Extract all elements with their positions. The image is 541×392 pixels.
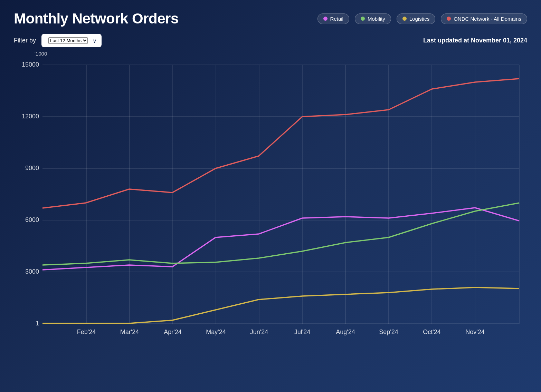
x-label-feb: Feb'24 (77, 329, 96, 335)
legend-item-mobility[interactable]: Mobility (355, 13, 391, 24)
y-tick-15000: 15000 (22, 61, 39, 68)
filter-dropdown-wrapper[interactable]: Last 12 Months Last 6 Months Last 3 Mont… (41, 34, 102, 47)
retail-dot (323, 17, 328, 21)
legend-item-logistics[interactable]: Logistics (397, 13, 435, 24)
mobility-dot (361, 17, 365, 21)
x-label-sep: Sep'24 (379, 329, 398, 335)
y-axis-unit: '1000 (35, 51, 527, 57)
page-title: Monthly Network Orders (14, 10, 179, 27)
y-tick-12000: 12000 (22, 113, 39, 120)
x-label-nov: Nov'24 (465, 329, 484, 335)
legend-label-logistics: Logistics (409, 16, 429, 22)
filter-label: Filter by (14, 37, 36, 44)
chart-area: '1000 (14, 51, 527, 341)
y-tick-3000: 3000 (25, 268, 39, 275)
y-tick-1: 1 (36, 320, 39, 327)
x-label-jul: Jul'24 (294, 329, 310, 335)
filter-select[interactable]: Last 12 Months Last 6 Months Last 3 Mont… (48, 37, 88, 44)
legend-label-ondc: ONDC Network - All Domains (454, 16, 521, 22)
x-label-aug: Aug'24 (336, 329, 355, 335)
y-tick-6000: 6000 (25, 216, 39, 223)
legend-item-ondc[interactable]: ONDC Network - All Domains (441, 13, 527, 24)
chart-container: 1 3000 6000 9000 12000 15000 Feb'24 Mar'… (14, 58, 527, 341)
filter-left: Filter by Last 12 Months Last 6 Months L… (14, 34, 102, 47)
legend-label-mobility: Mobility (368, 16, 385, 22)
x-label-apr: Apr'24 (164, 329, 181, 335)
legend-label-retail: Retail (330, 16, 343, 22)
filter-row: Filter by Last 12 Months Last 6 Months L… (14, 34, 527, 47)
chart-svg: 1 3000 6000 9000 12000 15000 Feb'24 Mar'… (14, 58, 527, 341)
logistics-dot (402, 17, 407, 21)
page-header: Monthly Network Orders Retail Mobility L… (14, 10, 527, 27)
ondc-dot (447, 17, 451, 21)
x-label-oct: Oct'24 (423, 329, 440, 335)
x-label-mar: Mar'24 (120, 329, 139, 335)
chart-legend: Retail Mobility Logistics ONDC Network -… (317, 13, 527, 24)
legend-item-retail[interactable]: Retail (317, 13, 349, 24)
x-label-jun: Jun'24 (250, 329, 268, 335)
y-tick-9000: 9000 (25, 165, 39, 172)
x-label-may: May'24 (206, 329, 226, 335)
last-updated-label: Last updated at November 01, 2024 (423, 37, 527, 44)
